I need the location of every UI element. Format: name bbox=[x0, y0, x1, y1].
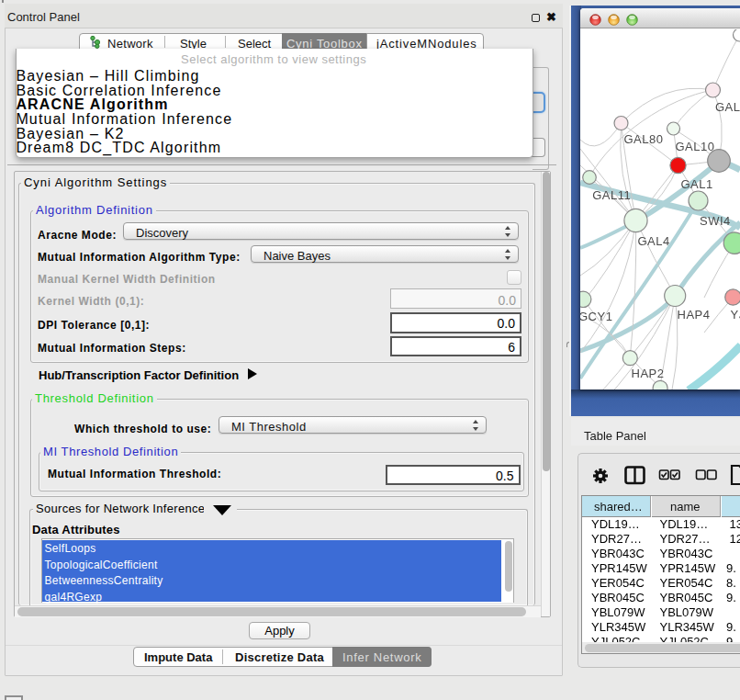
svg-text:GCY1: GCY1 bbox=[580, 310, 612, 323]
svg-text:GAL11: GAL11 bbox=[592, 188, 631, 202]
svg-text:GAL1: GAL1 bbox=[681, 177, 713, 191]
svg-text:GAL10: GAL10 bbox=[676, 140, 715, 153]
svg-text:YJ: YJ bbox=[731, 308, 740, 322]
svg-text:GAL80: GAL80 bbox=[624, 132, 664, 146]
svg-text:HAP2: HAP2 bbox=[632, 367, 665, 380]
svg-text:HAP4: HAP4 bbox=[678, 308, 711, 322]
svg-text:GAL4: GAL4 bbox=[638, 234, 670, 248]
svg-text:SWI4: SWI4 bbox=[700, 214, 731, 228]
svg-text:GAL2: GAL2 bbox=[715, 100, 740, 114]
